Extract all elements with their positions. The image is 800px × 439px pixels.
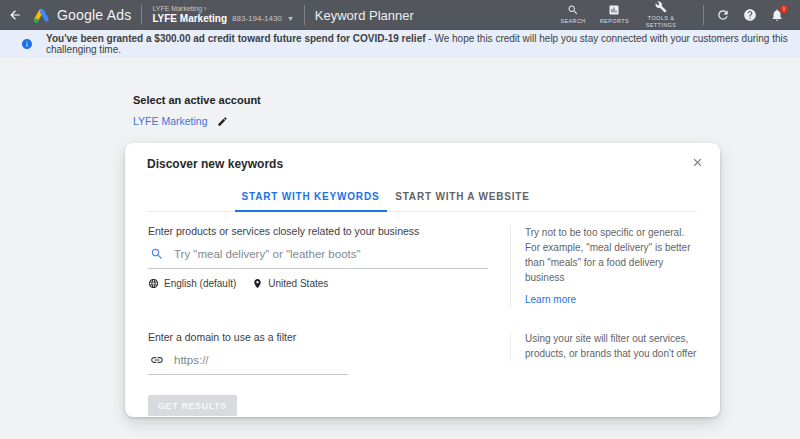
topbar-divider — [703, 5, 704, 25]
refresh-icon — [716, 8, 730, 22]
top-app-bar: Google Ads LYFE Marketing › LYFE Marketi… — [0, 0, 800, 30]
back-button[interactable] — [0, 8, 30, 22]
banner-message: You've been granted a $300.00 ad credit … — [46, 33, 800, 55]
link-icon — [150, 353, 164, 367]
active-account-link[interactable]: LYFE Marketing — [133, 115, 208, 127]
nav-reports[interactable]: REPORTS — [600, 4, 629, 25]
domain-input[interactable] — [174, 354, 348, 366]
domain-filter-section: Enter a domain to use as a filter Using … — [148, 331, 697, 375]
reports-icon — [608, 4, 620, 16]
account-name: LYFE Marketing — [152, 13, 227, 25]
tab-start-with-a-website[interactable]: START WITH A WEBSITE — [387, 182, 539, 211]
domain-input-row — [148, 343, 348, 375]
nav-search-label: SEARCH — [560, 18, 585, 25]
discover-keywords-modal: Discover new keywords START WITH KEYWORD… — [125, 143, 720, 417]
keywords-input[interactable] — [174, 248, 488, 260]
location-pin-icon — [252, 278, 263, 289]
account-picker-section: Select an active account LYFE Marketing — [133, 94, 261, 127]
search-icon — [150, 247, 164, 261]
account-id: 883-194-1430 — [232, 14, 282, 23]
keywords-section: Enter products or services closely relat… — [148, 225, 697, 307]
refresh-button[interactable] — [716, 8, 730, 22]
google-ads-logo-icon — [32, 6, 51, 25]
modal-title: Discover new keywords — [125, 143, 720, 171]
location-selector[interactable]: United States — [252, 278, 328, 289]
topbar-divider — [304, 5, 305, 25]
modal-tab-bar: START WITH KEYWORDS START WITH A WEBSITE — [148, 182, 697, 212]
domain-hint-text: Using your site will filter out services… — [525, 331, 697, 361]
keywords-input-row — [148, 237, 488, 269]
language-value: English (default) — [164, 278, 236, 289]
edit-pencil-icon[interactable] — [217, 116, 228, 127]
product-name: Google Ads — [57, 7, 131, 23]
get-results-button[interactable]: GET RESULTS — [148, 395, 237, 416]
nav-tools-label: TOOLS & SETTINGS — [643, 15, 679, 29]
nav-tools-settings[interactable]: TOOLS & SETTINGS — [643, 1, 679, 29]
help-button[interactable] — [743, 8, 757, 22]
keywords-hint-text: Try not to be too specific or general. F… — [525, 225, 697, 285]
language-selector[interactable]: English (default) — [148, 278, 236, 289]
topbar-divider — [141, 5, 142, 25]
nav-search[interactable]: SEARCH — [560, 4, 585, 25]
chevron-down-icon: ▼ — [287, 15, 294, 23]
notifications-button[interactable]: ! — [770, 8, 784, 22]
breadcrumb: LYFE Marketing — [152, 5, 202, 12]
nav-reports-label: REPORTS — [600, 18, 629, 25]
domain-field-label: Enter a domain to use as a filter — [148, 331, 488, 343]
learn-more-link[interactable]: Learn more — [525, 294, 576, 305]
breadcrumb-chevron-icon: › — [204, 5, 206, 12]
notification-badge: ! — [780, 5, 788, 13]
search-icon — [567, 4, 579, 16]
info-icon — [21, 38, 33, 50]
page-title: Keyword Planner — [315, 8, 414, 23]
banner-message-bold: You've been granted a $300.00 ad credit … — [46, 33, 426, 44]
account-selector[interactable]: LYFE Marketing › LYFE Marketing 883-194-… — [152, 5, 293, 25]
globe-icon — [148, 278, 159, 289]
location-value: United States — [268, 278, 328, 289]
arrow-back-icon — [8, 8, 22, 22]
tab-start-with-keywords[interactable]: START WITH KEYWORDS — [235, 182, 387, 212]
wrench-icon — [655, 1, 667, 13]
keywords-field-label: Enter products or services closely relat… — [148, 225, 488, 237]
close-icon[interactable] — [691, 156, 704, 169]
help-icon — [743, 8, 757, 22]
promo-banner: You've been granted a $300.00 ad credit … — [0, 30, 800, 58]
account-picker-heading: Select an active account — [133, 94, 261, 106]
google-ads-logo[interactable]: Google Ads — [32, 6, 131, 25]
